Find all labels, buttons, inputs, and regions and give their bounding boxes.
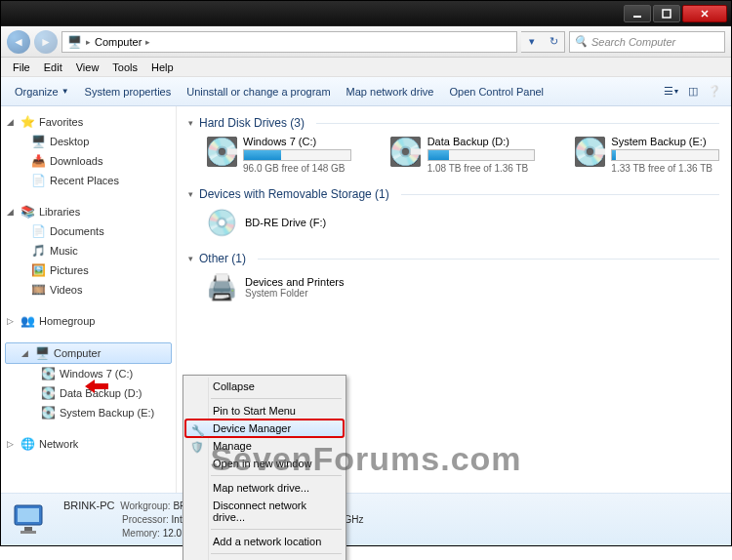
bd-drive[interactable]: 💿 BD-RE Drive (F:) <box>206 207 719 238</box>
svg-rect-1 <box>663 10 671 18</box>
ctx-disconnect[interactable]: Disconnect network drive... <box>185 497 344 526</box>
breadcrumb-sep-icon: ▸ <box>86 37 91 47</box>
menu-edit[interactable]: Edit <box>38 60 68 75</box>
menu-tools[interactable]: Tools <box>106 60 143 75</box>
close-button[interactable] <box>682 5 727 22</box>
drive-icon: 💽 <box>40 385 56 401</box>
network-header[interactable]: ▷🌐Network <box>3 434 174 454</box>
manage-icon: 🛡️ <box>189 439 205 455</box>
device-manager-icon: 🔧 <box>190 422 206 438</box>
ctx-add-network[interactable]: Add a network location <box>185 533 344 550</box>
drive-e[interactable]: 💽 System Backup (E:) 1.33 TB free of 1.3… <box>574 136 719 174</box>
preview-pane-button[interactable]: ◫ <box>682 81 704 102</box>
hdd-section-header[interactable]: ▾Hard Disk Drives (3) <box>188 116 719 130</box>
documents-icon: 📄 <box>30 223 46 239</box>
breadcrumb[interactable]: Computer <box>95 36 142 48</box>
expander-icon: ◢ <box>5 207 16 217</box>
homegroup-icon: 👥 <box>20 313 35 329</box>
capacity-bar <box>611 149 719 161</box>
nav-music[interactable]: 🎵Music <box>3 241 174 260</box>
libraries-icon: 📚 <box>20 204 35 220</box>
system-properties-button[interactable]: System properties <box>77 82 180 101</box>
expander-icon: ◢ <box>5 117 16 127</box>
forward-button[interactable]: ► <box>34 30 58 54</box>
svg-rect-3 <box>18 508 39 522</box>
refresh-wrap: ▾ ↻ <box>521 31 565 53</box>
organize-button[interactable]: Organize ▼ <box>7 82 77 101</box>
devices-printers[interactable]: 🖨️ Devices and Printers System Folder <box>206 271 719 302</box>
computer-large-icon <box>11 500 52 540</box>
drive-icon: 💽 <box>40 405 56 420</box>
ctx-device-manager[interactable]: 🔧Device Manager <box>185 420 344 437</box>
nav-recent[interactable]: 📄Recent Places <box>3 171 174 190</box>
refresh-button[interactable]: ↻ <box>543 32 564 52</box>
menu-view[interactable]: View <box>70 60 105 75</box>
ctx-manage[interactable]: 🛡️Manage <box>185 437 344 455</box>
nav-downloads[interactable]: 📥Downloads <box>3 151 174 171</box>
search-icon: 🔍 <box>574 35 588 48</box>
capacity-bar <box>243 149 351 161</box>
devices-printers-icon: 🖨️ <box>206 271 237 302</box>
nav-desktop[interactable]: 🖥️Desktop <box>3 132 174 151</box>
videos-icon: 🎞️ <box>30 282 46 298</box>
menu-file[interactable]: File <box>7 60 36 75</box>
view-mode-button[interactable]: ☰▼ <box>661 81 682 102</box>
body: ◢⭐Favorites 🖥️Desktop 📥Downloads 📄Recent… <box>1 106 731 493</box>
nav-drive-c[interactable]: 💽Windows 7 (C:) <box>3 364 174 383</box>
maximize-button[interactable] <box>653 5 680 22</box>
uninstall-button[interactable]: Uninstall or change a program <box>179 82 338 101</box>
nav-computer[interactable]: ◢🖥️Computer <box>5 342 172 364</box>
collapse-icon: ▾ <box>188 254 193 263</box>
chevron-down-icon: ▼ <box>61 87 69 96</box>
optical-drive-icon: 💿 <box>206 207 237 238</box>
expander-icon: ◢ <box>20 348 30 358</box>
expander-icon: ▷ <box>5 439 16 449</box>
drive-d[interactable]: 💽 Data Backup (D:) 1.08 TB free of 1.36 … <box>390 136 536 174</box>
map-drive-button[interactable]: Map network drive <box>339 82 442 101</box>
back-button[interactable]: ◄ <box>7 30 30 54</box>
search-input[interactable]: 🔍 Search Computer <box>569 31 725 53</box>
ctx-map-drive[interactable]: Map network drive... <box>185 479 344 497</box>
address-bar[interactable]: 🖥️ ▸ Computer ▸ <box>61 31 517 53</box>
expander-icon: ▷ <box>5 316 16 326</box>
nav-pane: ◢⭐Favorites 🖥️Desktop 📥Downloads 📄Recent… <box>1 106 177 493</box>
desktop-icon: 🖥️ <box>30 134 46 149</box>
libraries-header[interactable]: ◢📚Libraries <box>3 202 174 221</box>
details-pane: BRINK-PC Workgroup: BRINKGROUP Processor… <box>1 493 731 545</box>
other-section-header[interactable]: ▾Other (1) <box>188 252 719 265</box>
help-button[interactable]: ❔ <box>704 81 725 102</box>
ctx-open-new[interactable]: Open in new window <box>185 455 344 472</box>
address-bar-row: ◄ ► 🖥️ ▸ Computer ▸ ▾ ↻ 🔍 Search Compute… <box>1 26 731 58</box>
nav-drive-d[interactable]: 💽Data Backup (D:) <box>3 383 174 403</box>
menu-help[interactable]: Help <box>145 60 180 75</box>
explorer-window: ◄ ► 🖥️ ▸ Computer ▸ ▾ ↻ 🔍 Search Compute… <box>0 0 732 546</box>
minimize-button[interactable] <box>624 5 651 22</box>
removable-section-header[interactable]: ▾Devices with Removable Storage (1) <box>188 187 719 201</box>
pictures-icon: 🖼️ <box>30 262 46 278</box>
computer-icon: 🖥️ <box>34 345 50 361</box>
collapse-icon: ▾ <box>188 118 193 128</box>
nav-documents[interactable]: 📄Documents <box>3 221 174 241</box>
drive-c[interactable]: 💽 Windows 7 (C:) 96.0 GB free of 148 GB <box>206 136 351 174</box>
star-icon: ⭐ <box>20 114 35 130</box>
svg-rect-4 <box>24 527 32 531</box>
svg-rect-0 <box>633 16 641 18</box>
recent-icon: 📄 <box>30 173 46 188</box>
ctx-collapse[interactable]: Collapse <box>185 378 344 395</box>
history-dropdown-button[interactable]: ▾ <box>521 32 543 52</box>
nav-videos[interactable]: 🎞️Videos <box>3 280 174 300</box>
nav-pictures[interactable]: 🖼️Pictures <box>3 260 174 280</box>
ctx-pin[interactable]: Pin to Start Menu <box>185 402 344 420</box>
svg-rect-5 <box>20 531 36 534</box>
drive-icon: 💽 <box>574 136 605 167</box>
music-icon: 🎵 <box>30 243 46 259</box>
toolbar: Organize ▼ System properties Uninstall o… <box>1 77 731 106</box>
titlebar <box>1 1 731 26</box>
menubar: File Edit View Tools Help <box>1 58 731 77</box>
nav-drive-e[interactable]: 💽System Backup (E:) <box>3 403 174 422</box>
drive-icon: 💽 <box>206 136 237 167</box>
homegroup-header[interactable]: ▷👥Homegroup <box>3 311 174 331</box>
open-control-panel-button[interactable]: Open Control Panel <box>441 82 551 101</box>
favorites-header[interactable]: ◢⭐Favorites <box>3 112 174 132</box>
pc-name: BRINK-PC <box>63 500 115 511</box>
